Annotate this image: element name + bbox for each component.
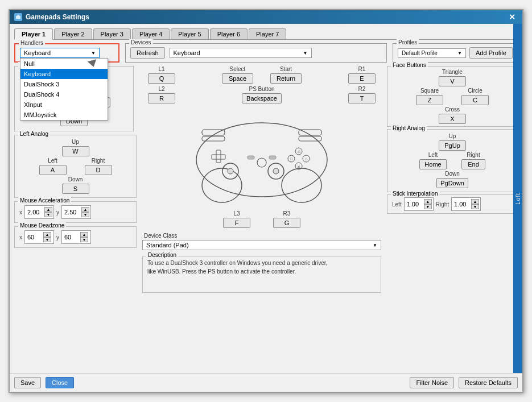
square-key[interactable]: Z: [416, 95, 443, 105]
mouse-accel-y-down[interactable]: ▼: [81, 212, 89, 217]
mouse-accel-x-input[interactable]: [27, 209, 44, 215]
mouse-accel-x-spinner[interactable]: ▲ ▼: [24, 205, 54, 219]
select-start-group: Select Space Start Return: [222, 66, 302, 84]
profiles-dropdown[interactable]: Default Profile ▼: [398, 48, 466, 58]
tab-player-1[interactable]: Player 1: [14, 28, 53, 40]
handler-option-ds3[interactable]: DualShock 3: [20, 79, 108, 89]
circle-key[interactable]: C: [461, 95, 489, 105]
cross-label: Cross: [445, 106, 460, 113]
r3-group: R3 G: [273, 210, 300, 228]
profiles-row: Default Profile ▼ Add Profile: [398, 47, 513, 59]
cross-key[interactable]: X: [439, 114, 466, 124]
l2-key[interactable]: R: [148, 93, 175, 103]
top-row: Handlers Keyboard ▼ Null Keyboard DualSh…: [14, 43, 518, 63]
handler-option-ds4[interactable]: DualShock 4: [20, 89, 108, 100]
l3-key[interactable]: F: [223, 218, 250, 228]
stick-right-up[interactable]: ▲: [471, 199, 479, 204]
save-button[interactable]: Save: [14, 377, 41, 388]
stick-left-btns: ▲ ▼: [424, 199, 432, 209]
start-key[interactable]: Return: [270, 73, 302, 84]
ps-key[interactable]: Backspace: [242, 93, 282, 103]
la-right-label: Right: [92, 158, 105, 164]
handler-dropdown[interactable]: Keyboard ▼: [20, 48, 100, 58]
filter-noise-button[interactable]: Filter Noise: [410, 377, 454, 388]
stick-left-input[interactable]: [407, 201, 424, 208]
stick-right-spinner[interactable]: ▲ ▼: [451, 197, 481, 211]
ra-right-key[interactable]: End: [461, 159, 485, 169]
ra-down-group: Down PgDown: [436, 171, 468, 188]
ra-up-key[interactable]: PgUp: [439, 140, 466, 151]
mouse-accel-section: Mouse Acceleration x ▲ ▼ y: [14, 201, 137, 223]
triangle-key[interactable]: V: [439, 76, 466, 86]
svg-rect-16: [269, 156, 276, 159]
svg-point-10: [273, 168, 279, 174]
add-profile-button[interactable]: Add Profile: [469, 47, 513, 59]
mouse-dz-x-spinner[interactable]: ▲ ▼: [24, 230, 54, 244]
ra-down-key[interactable]: PgDown: [436, 178, 468, 188]
l1-label: L1: [158, 66, 164, 72]
select-key[interactable]: Space: [222, 73, 253, 84]
tab-player-5[interactable]: Player 5: [171, 28, 208, 39]
la-left-label: Left: [48, 158, 57, 164]
title-bar-left: Gamepads Settings: [14, 13, 89, 21]
mouse-dz-x-label: x: [19, 234, 22, 241]
mouse-dz-y-input[interactable]: [64, 234, 80, 241]
stick-left-spinner[interactable]: ▲ ▼: [404, 197, 434, 211]
select-label: Select: [230, 66, 246, 72]
mouse-accel-x-up[interactable]: ▲: [44, 207, 52, 212]
la-down-key[interactable]: S: [62, 184, 89, 194]
devices-dropdown[interactable]: Keyboard ▼: [170, 48, 312, 58]
refresh-button[interactable]: Refresh: [130, 47, 165, 59]
la-down-label: Down: [68, 176, 83, 183]
handler-option-keyboard[interactable]: Keyboard: [20, 69, 108, 79]
handlers-section: Handlers Keyboard ▼ Null Keyboard DualSh…: [14, 43, 119, 63]
tab-player-6[interactable]: Player 6: [210, 28, 248, 39]
stick-right-down[interactable]: ▼: [471, 204, 479, 209]
side-accent: Loft: [513, 24, 522, 373]
mouse-dz-x-down[interactable]: ▼: [43, 237, 51, 242]
stick-left-down[interactable]: ▼: [424, 204, 432, 209]
l3-r3-row: L3 F R3 G: [142, 210, 381, 228]
mouse-dz-y-down[interactable]: ▼: [80, 237, 88, 242]
restore-defaults-button[interactable]: Restore Defaults: [459, 377, 518, 388]
tab-player-4[interactable]: Player 4: [132, 28, 170, 39]
handler-option-mmjoystick[interactable]: MMJoystick: [20, 110, 108, 120]
mouse-dz-y-up[interactable]: ▲: [80, 232, 88, 237]
mouse-accel-y-spinner[interactable]: ▲ ▼: [61, 205, 91, 219]
device-class-dropdown[interactable]: Standard (Pad) ▼: [142, 240, 381, 250]
r1-key[interactable]: E: [348, 73, 376, 84]
r3-key[interactable]: G: [273, 218, 300, 228]
stick-left-up[interactable]: ▲: [424, 199, 432, 204]
handler-option-xinput[interactable]: XInput: [20, 100, 108, 110]
la-right-key[interactable]: D: [85, 165, 112, 175]
l1-key[interactable]: Q: [148, 73, 175, 84]
mouse-accel-y-up[interactable]: ▲: [81, 207, 89, 212]
ra-left-key[interactable]: Home: [419, 159, 447, 169]
tab-player-2[interactable]: Player 2: [54, 28, 92, 39]
mouse-dz-x-up[interactable]: ▲: [43, 232, 51, 237]
mouse-deadzone-label: Mouse Deadzone: [18, 222, 66, 229]
la-left-key[interactable]: A: [39, 165, 67, 175]
mouse-deadzone-row: x ▲ ▼ y ▲: [19, 230, 131, 244]
close-window-button[interactable]: ✕: [506, 13, 518, 22]
bottom-left: Save Close: [14, 377, 74, 388]
r2-key[interactable]: T: [348, 93, 376, 103]
tab-player-3[interactable]: Player 3: [93, 28, 131, 39]
la-lr-row: Left A Right D: [39, 158, 112, 175]
la-up-key[interactable]: W: [62, 146, 89, 156]
handler-option-null[interactable]: Null: [20, 59, 108, 69]
device-class-row: Device Class Standard (Pad) ▼: [142, 233, 381, 250]
select-group: Select Space: [222, 66, 253, 84]
mouse-accel-y-input[interactable]: [64, 209, 81, 215]
stick-right-input[interactable]: [454, 201, 471, 208]
mouse-accel-y-btns: ▲ ▼: [81, 207, 89, 217]
start-label: Start: [280, 66, 292, 72]
mouse-accel-x-down[interactable]: ▼: [44, 212, 52, 217]
mouse-dz-y-spinner[interactable]: ▲ ▼: [61, 230, 91, 244]
profiles-label: Profiles: [397, 39, 419, 45]
svg-rect-1: [17, 15, 19, 16]
tab-player-7[interactable]: Player 7: [249, 28, 286, 39]
mouse-dz-x-input[interactable]: [27, 234, 43, 241]
svg-rect-19: [202, 136, 225, 141]
close-button[interactable]: Close: [46, 377, 74, 388]
